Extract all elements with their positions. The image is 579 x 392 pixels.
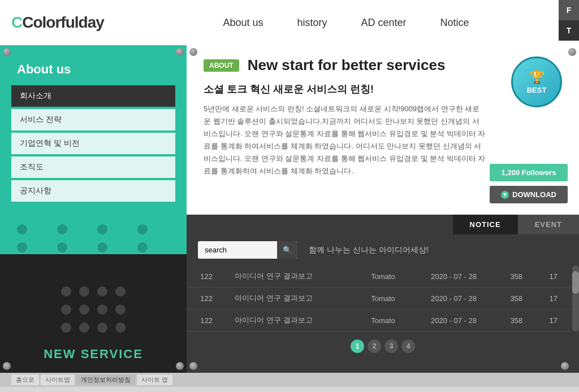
event-tab[interactable]: EVENT [518,215,579,234]
sidebar-item-service[interactable]: 서비스 전략 [11,109,175,130]
nav-item-about[interactable]: About us [223,17,263,29]
nav-item-notice[interactable]: Notice [440,17,469,29]
table-row[interactable]: 122 아이디어 연구 결과보고 Tomato 2020 - 07 - 28 3… [187,288,571,310]
logo: CColorfulday [11,14,124,32]
pagination: 1 2 3 4 [187,332,579,361]
nav-link-history[interactable]: history [297,17,327,28]
about-badge: ABOUT [204,59,239,72]
ns-dot [79,323,89,333]
footer-nav-sitemap2[interactable]: 사이트 맵 [137,374,172,385]
scrollbar-thumb[interactable] [572,271,579,294]
best-label: BEST [527,86,547,94]
footer-nav-sitemap[interactable]: 사이트맵 [41,374,75,385]
row-views: 358 [496,265,536,288]
ko-body: 5년만에 새로운 서비스의 런칭! 소셜네트워크의 새로운 시작!9009랩에서… [204,103,486,178]
footer-nav-home[interactable]: 홈으로 [11,374,39,385]
page-btn-1[interactable]: 1 [351,339,364,353]
about-main-title: New start for better services [248,56,446,74]
nav-link-adcenter[interactable]: AD center [361,17,407,28]
dot [57,224,67,234]
search-button[interactable]: 🔍 [277,241,297,259]
table-row[interactable]: 122 아이디어 연구 결과보고 Tomato 2020 - 07 - 28 3… [187,265,571,288]
ns-dot [115,286,126,297]
nav-item-history[interactable]: history [297,17,327,29]
notice-tab[interactable]: NOTICE [453,215,518,234]
footer: 학사소개 | 서비스이용관련 | 개인정보처리방침 | 이메일 수집동의 | 사… [0,387,579,392]
sidebar-item-company[interactable]: 회사소개 [11,85,175,107]
scrollbar[interactable] [572,265,579,332]
footer-small-nav: 홈으로 사이트맵 개인정보처리방침 사이트 맵 [0,373,579,387]
footer-nav-privacy[interactable]: 개인정보처리방침 [76,374,135,385]
download-button[interactable]: ▼ DOWNLOAD [490,186,568,203]
content-screw-br [561,362,569,370]
dot [97,242,107,252]
row-title: 아이디어 연구 결과보고 [226,310,355,332]
sidebar-title: About us [0,45,187,85]
row-author: Tomato [355,265,411,288]
download-arrow-icon: ▼ [501,191,509,199]
main-nav: About us history AD center Notice [124,17,568,29]
header: CColorfulday About us history AD center … [0,0,579,45]
content-screw-bl [189,362,197,370]
new-service-section: NEW SERVICE [0,254,187,373]
row-comments: 17 [536,310,571,332]
dot [137,242,148,252]
download-label: DOWNLOAD [512,190,556,199]
bottom-content: NOTICE EVENT 🔍 함께 나누는 신나는 아이디어세상! 122 [187,215,579,373]
nav-link-notice[interactable]: Notice [440,17,469,28]
sidebar-menu: 회사소개 서비스 전략 기업연혁 및 비전 조직도 공지사항 [0,85,187,202]
best-badge: 🏆 BEST [511,56,562,107]
row-views: 358 [496,288,536,310]
screw-tr [176,48,184,56]
page-btn-3[interactable]: 3 [384,339,398,353]
row-author: Tomato [355,288,411,310]
row-id: 122 [187,265,226,288]
row-id: 122 [187,310,226,332]
dot [97,224,107,234]
page-btn-4[interactable]: 4 [401,339,415,353]
page-wrapper: CColorfulday About us history AD center … [0,0,579,392]
row-title: 아이디어 연구 결과보고 [226,288,355,310]
row-author: Tomato [355,310,411,332]
nav-link-about[interactable]: About us [223,17,263,28]
search-area: 🔍 함께 나누는 신나는 아이디어세상! [187,234,579,265]
search-input[interactable] [198,241,277,259]
f-button[interactable]: F [559,0,579,20]
nav-item-adcenter[interactable]: AD center [361,17,407,29]
row-date: 2020 - 07 - 28 [411,265,496,288]
ns-dot [79,286,89,297]
ns-dot [97,286,107,297]
about-header: ABOUT New start for better services [204,56,562,74]
ko-subtitle: 소셜 토크 혁신 새로운 서비스의 런칭! [204,82,562,96]
followers-button[interactable]: 1,200 Followers [490,164,568,181]
dot [17,242,27,252]
ns-dot [79,304,89,315]
dot [57,242,67,252]
ns-dot [61,286,71,297]
search-tagline: 함께 나누는 신나는 아이디어세상! [309,245,429,255]
screw-br [176,362,184,370]
sidebar-item-org[interactable]: 조직도 [11,156,175,178]
row-comments: 17 [536,265,571,288]
row-title: 아이디어 연구 결과보고 [226,265,355,288]
ns-dot [97,323,107,333]
sidebar-item-history[interactable]: 기업연혁 및 비전 [11,133,175,154]
action-buttons: 1,200 Followers ▼ DOWNLOAD [490,164,568,203]
content-screw-tl [189,48,197,56]
row-id: 122 [187,288,226,310]
sidebar: About us 회사소개 서비스 전략 기업연혁 및 비전 조직도 공지사항 [0,45,187,373]
screw-tl [3,48,11,56]
trophy-icon: 🏆 [529,70,545,85]
sidebar-item-notice[interactable]: 공지사항 [11,180,175,202]
search-box: 🔍 [198,241,297,259]
t-button[interactable]: T [559,20,579,41]
logo-text: Colorfulday [22,14,104,31]
table-wrapper: 122 아이디어 연구 결과보고 Tomato 2020 - 07 - 28 3… [187,265,579,332]
ns-dots-grid [44,278,142,341]
ns-dot [61,304,71,315]
page-btn-2[interactable]: 2 [368,339,381,353]
new-service-title: NEW SERVICE [44,347,143,361]
ns-dot [97,304,107,315]
row-views: 358 [496,310,536,332]
table-row[interactable]: 122 아이디어 연구 결과보고 Tomato 2020 - 07 - 28 3… [187,310,571,332]
